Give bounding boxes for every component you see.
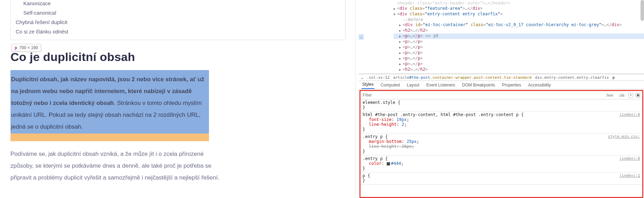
- css-rule[interactable]: style.min.css:.entry p {margin-bottom: 2…: [360, 134, 642, 155]
- breadcrumb-item[interactable]: div.entry-content.entry.clearfix: [535, 75, 609, 80]
- paragraph-1: Duplicitní obsah, jak název napovídá, js…: [11, 74, 208, 133]
- toc-item[interactable]: Chybná řešení duplicit: [16, 17, 345, 27]
- elements-dom-tree[interactable]: … <header class="entry-header-outer">…</…: [359, 0, 644, 74]
- breadcrumb-item[interactable]: .col-xs-12: [367, 75, 390, 80]
- tab-accessibility[interactable]: Accessibility: [527, 81, 551, 89]
- css-rule[interactable]: (index):6html #the-post .entry-content, …: [360, 112, 642, 134]
- elements-breadcrumb[interactable]: ….col-xs-12article#the-post.container-wr…: [359, 74, 644, 81]
- dom-node[interactable]: <p>…</p>: [394, 56, 644, 61]
- css-rule[interactable]: (index):6.entry p {color: #444;}: [360, 155, 642, 173]
- css-rules-list[interactable]: element.style {}(index):6html #the-post …: [360, 99, 642, 197]
- gutter: [356, 0, 359, 198]
- dom-node[interactable]: <p>…</p>: [394, 39, 644, 45]
- dom-node[interactable]: <p>…</p>: [394, 50, 644, 56]
- toc-item[interactable]: Kanonizace: [16, 0, 345, 8]
- toc-link[interactable]: Self-canonical: [23, 10, 56, 16]
- tooltip-dims: 700 × 190: [19, 45, 38, 50]
- hov-toggle[interactable]: :hov: [604, 92, 615, 98]
- toc-item[interactable]: Self-canonical: [16, 8, 345, 17]
- toc-box: KanonizaceSelf-canonicalChybná řešení du…: [10, 0, 346, 40]
- dom-scrollbar[interactable]: [641, 0, 644, 21]
- toggle-sidebar-icon[interactable]: ▣: [635, 93, 640, 98]
- tab-event-listeners[interactable]: Event Listeners: [426, 81, 456, 89]
- dom-node[interactable]: <p>…</p> == $0: [394, 33, 644, 39]
- css-rule[interactable]: (index):1p {}: [360, 173, 642, 185]
- new-rule-button[interactable]: +: [628, 93, 633, 98]
- paragraph-2: Podíváme se, jak duplicitní obsah vzniká…: [10, 148, 219, 184]
- inspect-tooltip: p700 × 190: [11, 44, 41, 52]
- tab-layout[interactable]: Layout: [406, 81, 420, 89]
- dom-node[interactable]: <header class="entry-header-outer">…</he…: [394, 1, 644, 6]
- dom-node[interactable]: <p>…</p>: [394, 61, 644, 67]
- styles-panel: :hov .cls + ▣ element.style {}(index):6h…: [359, 90, 643, 198]
- tooltip-tag: p: [15, 45, 19, 50]
- dom-node[interactable]: <div class="entry-content entry clearfix…: [394, 12, 644, 17]
- tab-dom-breakpoints[interactable]: DOM Breakpoints: [461, 81, 496, 89]
- rendered-page: KanonizaceSelf-canonicalChybná řešení du…: [0, 0, 356, 198]
- dom-node[interactable]: <div class="featured-area">…</div>: [394, 6, 644, 12]
- styles-tabs: StylesComputedLayoutEvent ListenersDOM B…: [359, 81, 644, 89]
- dom-node[interactable]: <h2>…</h2>: [394, 67, 644, 73]
- cls-toggle[interactable]: .cls: [617, 92, 627, 98]
- dom-node[interactable]: <h2>…</h2>: [394, 28, 644, 33]
- rule-source-link[interactable]: style.min.css:: [608, 134, 640, 139]
- article-heading: Co je duplicitní obsah: [10, 50, 346, 64]
- toc-link[interactable]: Chybná řešení duplicit: [16, 19, 67, 25]
- dom-node[interactable]: <div id="ez-toc-container" class="ez-toc…: [394, 22, 644, 28]
- devtools-panel: … <header class="entry-header-outer">…</…: [359, 0, 644, 198]
- rule-source-link[interactable]: (index):6: [619, 156, 640, 161]
- gutter-selected-marker: …: [359, 34, 364, 40]
- inspected-highlight: Duplicitní obsah, jak název napovídá, js…: [10, 70, 209, 134]
- toc-link[interactable]: Co si ze článku odnést: [16, 29, 68, 35]
- dom-node[interactable]: ::before: [394, 17, 644, 22]
- toc-item[interactable]: Co si ze článku odnést: [16, 27, 345, 36]
- css-rule[interactable]: element.style {}: [360, 99, 642, 112]
- breadcrumb-item[interactable]: p: [612, 75, 615, 80]
- breadcrumb-item[interactable]: article#the-post.container-wrapper.post-…: [393, 75, 532, 80]
- styles-filter-row: :hov .cls + ▣: [360, 91, 642, 99]
- styles-filter-input[interactable]: [360, 93, 602, 98]
- rule-source-link[interactable]: (index):6: [619, 112, 640, 117]
- dom-node[interactable]: <p>…</p>: [394, 45, 644, 50]
- tab-computed[interactable]: Computed: [380, 81, 401, 89]
- tab-styles[interactable]: Styles: [362, 81, 374, 89]
- toc-link[interactable]: Kanonizace: [23, 0, 51, 6]
- tab-properties[interactable]: Properties: [502, 81, 522, 89]
- crumb-ellipsis[interactable]: …: [361, 75, 363, 80]
- rule-source-link[interactable]: (index):1: [619, 173, 640, 178]
- margin-overlay: [10, 134, 209, 141]
